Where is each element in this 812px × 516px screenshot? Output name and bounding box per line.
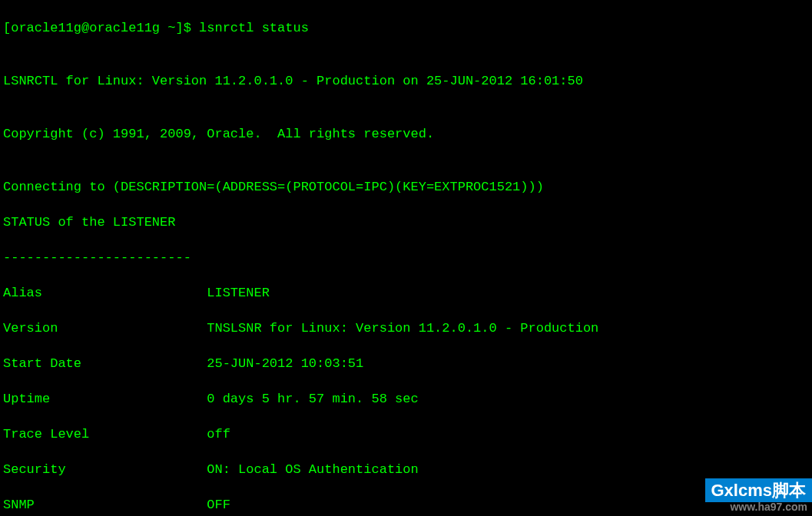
terminal-output: [oracle11g@oracle11g ~]$ lsnrctl status … xyxy=(0,0,812,516)
watermark-logo: Gxlcms脚本 xyxy=(705,478,813,502)
trace-level-line: Trace Level off xyxy=(3,425,809,443)
snmp-line: SNMP OFF xyxy=(3,496,809,514)
alias-line: Alias LISTENER xyxy=(3,284,809,302)
status-header: STATUS of the LISTENER xyxy=(3,213,809,231)
connecting-line: Connecting to (DESCRIPTION=(ADDRESS=(PRO… xyxy=(3,178,809,196)
lsnrctl-header: LSNRCTL for Linux: Version 11.2.0.1.0 - … xyxy=(3,72,809,90)
uptime-line: Uptime 0 days 5 hr. 57 min. 58 sec xyxy=(3,390,809,408)
copyright-line: Copyright (c) 1991, 2009, Oracle. All ri… xyxy=(3,125,809,143)
security-line: Security ON: Local OS Authentication xyxy=(3,461,809,478)
version-line: Version TNSLSNR for Linux: Version 11.2.… xyxy=(3,319,809,337)
divider-line: ------------------------ xyxy=(3,249,809,266)
start-date-line: Start Date 25-JUN-2012 10:03:51 xyxy=(3,355,809,372)
shell-prompt-line: [oracle11g@oracle11g ~]$ lsnrctl status xyxy=(3,19,809,37)
